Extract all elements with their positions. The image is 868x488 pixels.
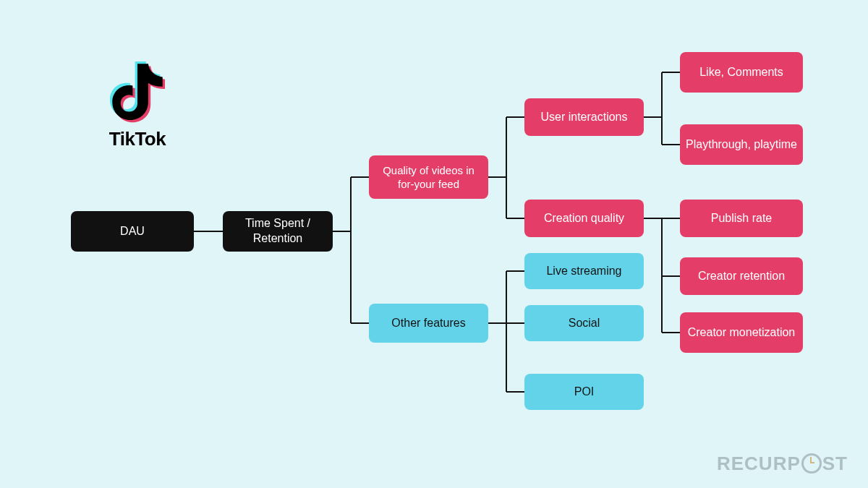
node-creation-quality: Creation quality [524, 200, 644, 237]
node-publish-rate: Publish rate [680, 200, 803, 237]
node-creator-monetization: Creator monetization [680, 312, 803, 353]
node-live-streaming: Live streaming [524, 253, 644, 289]
node-social: Social [524, 305, 644, 341]
node-like-comments: Like, Comments [680, 52, 803, 93]
node-time-spent-retention: Time Spent / Retention [223, 211, 333, 252]
node-other-features: Other features [369, 304, 488, 343]
tiktok-wordmark: TikTok [94, 128, 181, 150]
watermark-pre: RECURP [717, 453, 801, 475]
node-poi: POI [524, 374, 644, 410]
recurpost-watermark: RECURP ST [717, 453, 848, 475]
node-playthrough-playtime: Playthrough, playtime [680, 124, 803, 165]
node-quality-videos: Quality of videos in for-your feed [369, 155, 488, 199]
watermark-post: ST [822, 453, 848, 475]
node-dau: DAU [71, 211, 194, 252]
clock-icon [801, 453, 822, 474]
diagram-canvas: TikTok [0, 0, 868, 488]
node-creator-retention: Creator retention [680, 257, 803, 295]
node-user-interactions: User interactions [524, 98, 644, 136]
tiktok-note-icon [109, 61, 166, 124]
tiktok-logo: TikTok [94, 61, 181, 150]
